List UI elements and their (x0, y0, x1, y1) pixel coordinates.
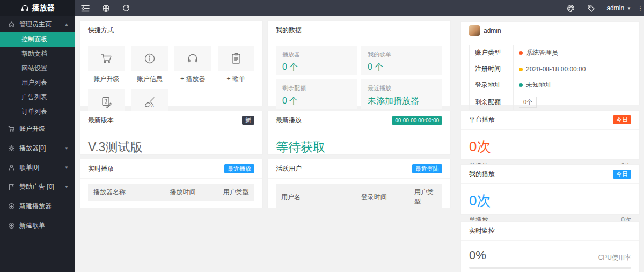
sidebar-item-players[interactable]: 播放器[0] ▼ (0, 138, 75, 158)
column-header: 用户名 (276, 184, 356, 210)
stat-value: 0 个 (282, 62, 350, 73)
stat-remaining-quota: 剩余配额 0 个 (276, 79, 357, 109)
column-header: 用户类型 (218, 184, 254, 201)
realtime-play-card: 实时播放 最近播放 播放器名称 播放时间 用户类型 (79, 159, 263, 208)
globe-button[interactable] (96, 0, 116, 16)
card-header: 实时监控 (461, 222, 639, 241)
card-title: 最新版本 (88, 116, 114, 125)
table-row: 账户类型 系统管理员 (470, 45, 631, 61)
stat-value: 0 个 (368, 62, 436, 73)
clipboard-icon (218, 46, 255, 71)
sidebar-item-control-panel[interactable]: 控制面板 (0, 32, 75, 47)
sidebar-item-admin-home[interactable]: 管理员主页 ▲ (0, 16, 75, 32)
sidebar: 播放器 管理员主页 ▲ 控制面板 帮助文档 网站设置 用户列表 广告列表 订单列… (0, 0, 75, 272)
shortcut-account-upgrade[interactable]: 账户升级 (88, 46, 125, 84)
column-header: 播放时间 (165, 184, 218, 201)
username: admin (606, 4, 624, 12)
stat-label: 最近播放 (368, 84, 436, 92)
today-badge: 今日 (613, 170, 631, 179)
card-header: 最新版本 新 (80, 111, 262, 130)
sidebar-collapse-button[interactable] (75, 0, 96, 16)
card-header: 我的播放 今日 (461, 165, 639, 184)
today-badge: 今日 (613, 115, 631, 124)
profile-table: 账户类型 系统管理员 注册时间 2020-08-18 00:00:00 登录地址… (469, 45, 631, 112)
row-value: 未知地址 (526, 81, 552, 89)
row-value: 系统管理员 (526, 49, 558, 56)
sidebar-item-label: 新建播放器 (19, 202, 69, 211)
status-dot (519, 51, 523, 55)
row-label: 注册时间 (470, 61, 514, 77)
profile-header: admin (461, 22, 639, 39)
timestamp-badge: 00-00-00 00:00:00 (392, 116, 442, 125)
more-menu-button[interactable]: ⋮ (636, 4, 644, 12)
card-body: 账户类型 系统管理员 注册时间 2020-08-18 00:00:00 登录地址… (461, 39, 639, 117)
card-header: 活跃用户 最近登陆 (268, 159, 450, 179)
sidebar-item-label: 播放器[0] (19, 144, 64, 153)
my-play-card: 我的播放 今日 0次 总播放 0次 (460, 164, 640, 215)
row-value: 2020-08-18 00:00:00 (526, 65, 586, 73)
card-header: 最新播放 00-00-00 00:00:00 (268, 111, 450, 130)
card-title: 平台播放 (469, 115, 495, 124)
row-label: 账户类型 (470, 45, 514, 61)
cpu-value: 0% (469, 248, 486, 262)
globe-icon (102, 4, 110, 12)
stat-label: 我的歌单 (368, 50, 436, 58)
shortcut-add-songlist[interactable]: + 歌单 (218, 46, 255, 84)
sidebar-item-order-list[interactable]: 订单列表 (0, 105, 75, 119)
recent-login-badge[interactable]: 最近登陆 (412, 164, 442, 173)
cpu-metric: 0% CPU使用率 (469, 248, 631, 262)
card-title: 活跃用户 (276, 164, 302, 173)
sidebar-item-sponsor-ads[interactable]: 赞助广告 [0] ▼ (0, 177, 75, 196)
sidebar-item-label: 网站设置 (21, 64, 47, 73)
shortcut-account-info[interactable]: 账户信息 (131, 46, 169, 84)
sidebar-item-site-settings[interactable]: 网站设置 (0, 61, 75, 76)
card-header: 平台播放 今日 (461, 111, 639, 130)
stat-value: 未添加播放器 (368, 95, 436, 107)
theme-button[interactable] (560, 0, 581, 16)
column-header: 用户类型 (409, 184, 442, 210)
chevron-down-icon: ▼ (64, 165, 69, 170)
sidebar-item-ad-list[interactable]: 广告列表 (0, 90, 75, 105)
flag-icon (8, 183, 15, 190)
shortcut-add-player[interactable]: + 播放器 (174, 46, 211, 84)
table-row: 注册时间 2020-08-18 00:00:00 (470, 61, 631, 77)
my-data-grid: 播放器 0 个 我的歌单 0 个 剩余配额 0 个 最近播放 未添加播放器 (276, 46, 442, 109)
sidebar-item-new-player[interactable]: 新建播放器 (0, 196, 75, 216)
new-badge: 新 (242, 116, 254, 125)
sidebar-item-account-upgrade[interactable]: 账户升级 (0, 119, 75, 138)
sidebar-item-label: 控制面板 (21, 35, 47, 44)
card-body: 用户名 登录时间 用户类型 (268, 179, 450, 215)
refresh-button[interactable] (116, 0, 136, 16)
card-body: 0% CPU使用率 0% 内存占用率(0/0) (461, 241, 639, 272)
app-logo[interactable]: 播放器 (0, 0, 75, 16)
realtime-play-table: 播放器名称 播放时间 用户类型 (88, 184, 254, 201)
cart-icon (88, 46, 125, 71)
cart-icon (8, 125, 15, 133)
platform-play-card: 平台播放 今日 0次 总播放 0次 (460, 110, 640, 160)
info-circle-icon (131, 46, 169, 71)
stat-value: 0 个 (282, 95, 350, 107)
card-title: 快捷方式 (88, 26, 114, 35)
plus-circle-icon (8, 222, 15, 229)
sidebar-item-label: 歌单[0] (19, 163, 64, 172)
tag-button[interactable] (581, 0, 601, 16)
sidebar-item-user-list[interactable]: 用户列表 (0, 76, 75, 90)
sidebar-item-help-docs[interactable]: 帮助文档 (0, 47, 75, 61)
active-users-card: 活跃用户 最近登陆 用户名 登录时间 用户类型 (267, 159, 451, 208)
sidebar-item-label: 新建歌单 (19, 221, 69, 230)
table-row: 剩余配额 0个 (470, 93, 631, 112)
cpu-progress-bar (469, 267, 631, 269)
chevron-down-icon: ▼ (64, 185, 69, 189)
palette-icon (567, 4, 575, 12)
my-data-card: 我的数据 播放器 0 个 我的歌单 0 个 剩余配额 0 个 最近播放 未添加播… (267, 20, 451, 106)
sidebar-item-new-songlist[interactable]: 新建歌单 (0, 216, 75, 235)
headphones-icon (21, 4, 29, 12)
card-body: 播放器名称 播放时间 用户类型 (80, 179, 262, 206)
sidebar-item-songlists[interactable]: 歌单[0] ▼ (0, 158, 75, 177)
table-row: 登录地址 未知地址 (470, 77, 631, 93)
user-menu[interactable]: admin ▼ (601, 0, 636, 16)
recent-play-badge[interactable]: 最近播放 (224, 164, 254, 173)
sidebar-item-label: 广告列表 (21, 93, 47, 102)
chevron-up-icon: ▲ (64, 22, 69, 27)
active-users-table: 用户名 登录时间 用户类型 (276, 184, 442, 210)
